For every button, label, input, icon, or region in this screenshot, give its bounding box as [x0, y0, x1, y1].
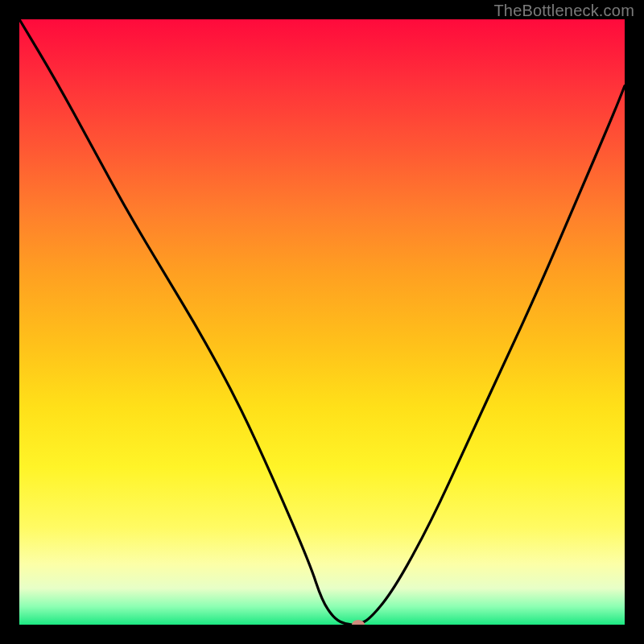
- watermark-text: TheBottleneck.com: [493, 2, 634, 20]
- plot-area: [19, 19, 625, 625]
- bottleneck-marker: [352, 620, 365, 625]
- bottleneck-curve: [19, 19, 625, 625]
- chart-frame: TheBottleneck.com: [0, 0, 644, 644]
